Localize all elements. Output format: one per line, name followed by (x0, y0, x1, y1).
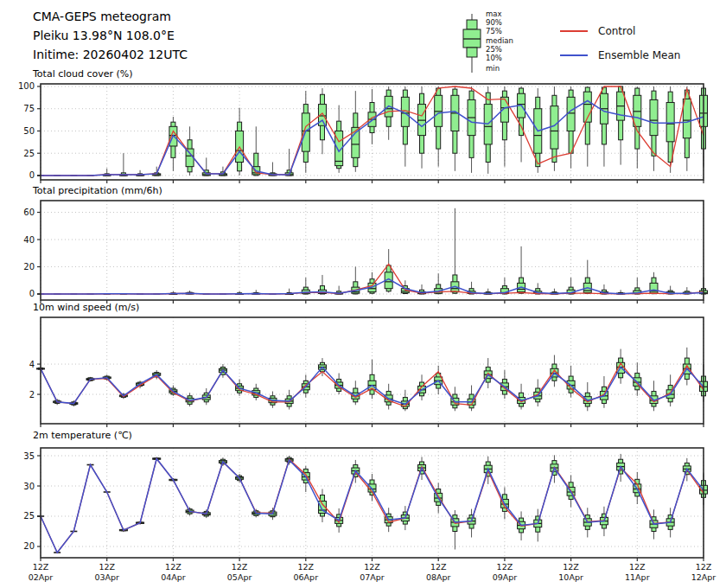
box-plot (385, 86, 392, 140)
box-plot (600, 86, 608, 167)
box-plot (567, 366, 575, 398)
box-plot (451, 86, 459, 171)
x-tick-hour-label: 12Z (364, 562, 380, 572)
box-plot (418, 86, 426, 169)
box-plot (617, 86, 625, 165)
box-plot (634, 278, 641, 294)
box-plot (468, 86, 475, 173)
box-plot (385, 249, 392, 292)
boxplots (37, 348, 708, 411)
box-plot (401, 390, 409, 411)
box-plot (518, 86, 525, 163)
box-plot (518, 384, 525, 410)
x-tick-date-label: 02Apr (29, 572, 54, 582)
panel-2: 24 (29, 317, 708, 427)
y-tick-label: 20 (23, 262, 35, 272)
x-tick-date-label: 09Apr (493, 572, 518, 582)
x-tick-date-label: 05Apr (227, 572, 252, 582)
x-tick-hour-label: 12Z (497, 562, 513, 572)
y-tick-label: 30 (23, 482, 35, 491)
y-axis-labels: 24 (29, 360, 41, 399)
box-plot (285, 149, 293, 176)
x-tick-hour-label: 12Z (297, 562, 314, 572)
x-tick-hour-label: 12Z (430, 562, 447, 572)
panel-1: 0204060 (23, 201, 707, 304)
x-tick-hour-label: 12Z (165, 562, 182, 572)
y-tick-label: 25 (23, 149, 35, 158)
y-tick-label: 20 (23, 541, 35, 551)
y-tick-label: 100 (18, 81, 35, 91)
y-tick-label: 25 (23, 511, 35, 521)
box-plot (119, 153, 127, 176)
box-plot (583, 86, 591, 167)
x-tick-date-label: 12Apr (691, 572, 716, 582)
y-axis-labels: 20253035 (23, 451, 41, 552)
box-plot (352, 380, 360, 405)
panel-border (41, 448, 704, 558)
box-plot (567, 86, 575, 169)
boxplots (37, 208, 708, 295)
meteogram-page: CMA-GEPS meteogram Pleiku 13.98°N 108.0°… (0, 0, 726, 588)
box-plot (634, 86, 641, 169)
x-tick-date-label: 10Apr (558, 572, 583, 582)
x-tick-date-label: 08Apr (426, 572, 451, 582)
x-tick-hour-label: 12Z (696, 562, 712, 572)
box-plot (302, 278, 309, 294)
box-plot (650, 86, 658, 171)
box-plot (650, 380, 658, 411)
box-plot (169, 117, 177, 171)
y-tick-label: 50 (23, 126, 35, 136)
box-plot (236, 108, 244, 176)
box-plot (451, 208, 459, 294)
y-tick-label: 60 (23, 208, 35, 217)
box-plot (318, 275, 326, 294)
box-plot (368, 360, 376, 399)
box-plot (583, 382, 591, 411)
panel-3: 20253035 (23, 448, 707, 561)
box-plot (666, 86, 674, 173)
x-axis-labels: 12Z02Apr12Z03Apr12Z04Apr12Z05Apr12Z06Apr… (29, 562, 716, 582)
x-tick-date-label: 06Apr (294, 572, 319, 582)
y-tick-label: 75 (23, 104, 35, 113)
y-tick-label: 2 (29, 390, 35, 399)
box-plot (335, 105, 343, 173)
x-tick-hour-label: 12Z (33, 562, 49, 572)
panel-0: 0255075100 (18, 81, 708, 183)
meteogram-chart: 02550751000204060242025303512Z02Apr12Z03… (0, 0, 726, 588)
y-axis-labels: 0204060 (23, 208, 41, 298)
box-plot (435, 366, 443, 394)
x-tick-hour-label: 12Z (232, 562, 248, 572)
box-plot (401, 86, 409, 167)
x-tick-hour-label: 12Z (99, 562, 115, 572)
y-tick-label: 40 (23, 235, 35, 245)
y-tick-label: 35 (23, 451, 35, 461)
grid (41, 448, 704, 558)
x-tick-date-label: 04Apr (161, 572, 186, 582)
y-tick-label: 4 (29, 360, 35, 369)
box-plot (435, 86, 443, 167)
x-tick-hour-label: 12Z (563, 562, 579, 572)
y-tick-label: 0 (29, 170, 35, 180)
x-tick-date-label: 03Apr (94, 572, 119, 582)
x-tick-hour-label: 12Z (629, 562, 646, 572)
y-axis-labels: 0255075100 (18, 81, 41, 180)
x-tick-date-label: 07Apr (360, 572, 385, 582)
x-tick-date-label: 11Apr (625, 572, 650, 582)
y-tick-label: 0 (29, 289, 35, 298)
